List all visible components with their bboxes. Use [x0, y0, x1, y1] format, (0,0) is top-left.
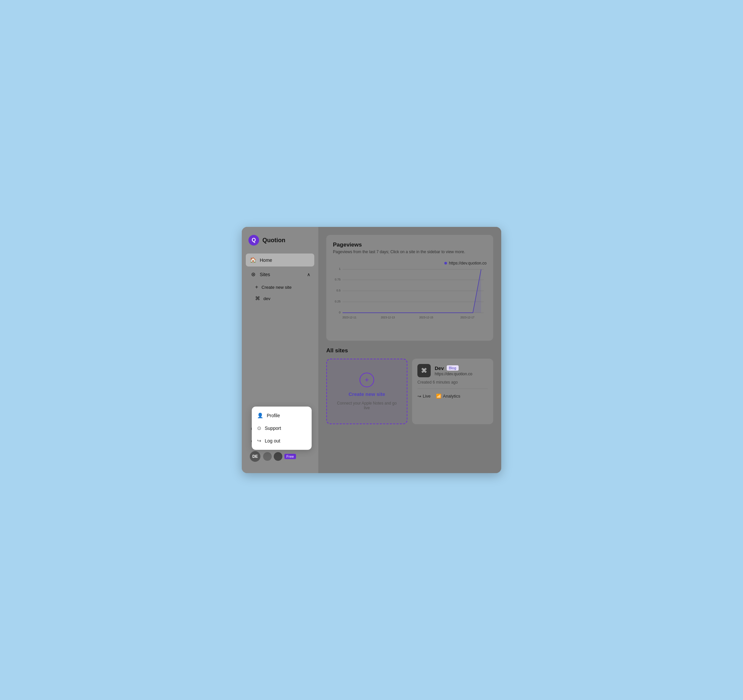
dev-label: dev	[263, 296, 270, 301]
chart-area: https://dev.quotion.co 1 0.75 0.5 0.25 0	[333, 261, 487, 334]
app-name: Quotion	[262, 237, 286, 244]
profile-label: Profile	[267, 413, 280, 418]
support-label: Support	[265, 426, 281, 431]
svg-text:2023-12-11: 2023-12-11	[342, 316, 357, 319]
sidebar-item-sites[interactable]: ⊛ Sites ∧	[246, 268, 314, 281]
chevron-up-icon: ∧	[307, 272, 310, 277]
user-info: Free	[263, 452, 296, 461]
create-site-card-sublabel: Connect your Apple Notes and go live	[334, 401, 400, 410]
logout-label: Log out	[265, 438, 280, 443]
app-window: Q Quotion 🏠 Home ⊛ Sites ∧ + Create new …	[242, 227, 501, 473]
logo-area: Q Quotion	[246, 235, 314, 246]
svg-marker-10	[343, 270, 481, 313]
chart-title: Pageviews	[333, 242, 487, 248]
chart-svg: 1 0.75 0.5 0.25 0	[333, 261, 487, 327]
create-site-card[interactable]: + Create new site Connect your Apple Not…	[326, 359, 407, 424]
dev-site-header: ⌘ Dev Blog https://dev.quotion.co	[417, 364, 488, 377]
popup-item-logout[interactable]: ↪ Log out	[252, 435, 312, 447]
logo-icon: Q	[249, 235, 259, 246]
chart-legend: https://dev.quotion.co	[444, 261, 487, 265]
sites-grid: + Create new site Connect your Apple Not…	[326, 359, 493, 424]
dev-site-created: Created 6 minutes ago	[417, 380, 488, 385]
dev-site-name: Dev	[435, 365, 444, 371]
legend-url: https://dev.quotion.co	[449, 261, 487, 265]
dev-site-info: Dev Blog https://dev.quotion.co	[435, 365, 472, 376]
sidebar: Q Quotion 🏠 Home ⊛ Sites ∧ + Create new …	[242, 227, 318, 473]
svg-text:2023-12-13: 2023-12-13	[381, 316, 395, 319]
svg-text:2023-12-17: 2023-12-17	[460, 316, 475, 319]
home-label: Home	[260, 258, 272, 263]
svg-text:2023-12-15: 2023-12-15	[419, 316, 434, 319]
svg-text:0.75: 0.75	[334, 278, 340, 281]
dev-command-icon: ⌘	[417, 364, 431, 377]
sites-children: + Create new site ⌘ dev	[246, 282, 314, 304]
sites-section: ⊛ Sites ∧ + Create new site ⌘ dev	[246, 268, 314, 304]
popup-item-support[interactable]: ⊙ Support	[252, 422, 312, 435]
dev-site-actions: ↝ Live 📶 Analytics	[417, 389, 488, 400]
plan-badge: Free	[284, 454, 296, 459]
main-content: Pageviews Pageviews from the last 7 days…	[318, 227, 501, 473]
chart-subtitle: Pageviews from the last 7 days; Click on…	[333, 249, 487, 254]
sidebar-item-dev[interactable]: ⌘ dev	[251, 293, 314, 304]
support-icon: ⊙	[257, 425, 261, 431]
dev-site-card[interactable]: ⌘ Dev Blog https://dev.quotion.co Create…	[412, 359, 493, 424]
create-site-label: Create new site	[261, 285, 292, 290]
sidebar-item-create-site[interactable]: + Create new site	[251, 282, 314, 293]
sites-icon: ⊛	[250, 271, 256, 277]
sidebar-item-home[interactable]: 🏠 Home	[246, 254, 314, 267]
command-icon-sidebar: ⌘	[255, 295, 260, 301]
user-bar[interactable]: DE Free	[246, 448, 314, 465]
all-sites-title: All sites	[326, 347, 493, 354]
logout-icon: ↪	[257, 438, 261, 444]
popup-menu: 👤 Profile ⊙ Support ↪ Log out	[252, 406, 312, 450]
blog-badge: Blog	[447, 365, 459, 371]
svg-text:0: 0	[339, 311, 340, 314]
analytics-label: Analytics	[443, 394, 460, 399]
live-label: Live	[423, 394, 431, 399]
all-sites-section: All sites + Create new site Connect your…	[326, 347, 493, 424]
analytics-button[interactable]: 📶 Analytics	[436, 392, 460, 400]
user-avatar-3	[274, 452, 283, 461]
plus-icon: +	[255, 284, 258, 290]
live-button[interactable]: ↝ Live	[417, 392, 431, 400]
popup-item-profile[interactable]: 👤 Profile	[252, 409, 312, 422]
chart-card: Pageviews Pageviews from the last 7 days…	[326, 235, 493, 341]
sites-header-left: ⊛ Sites	[250, 271, 270, 277]
avatar: DE	[250, 451, 260, 462]
legend-dot	[444, 262, 447, 264]
dev-site-url: https://dev.quotion.co	[435, 372, 472, 376]
home-icon: 🏠	[250, 257, 256, 263]
create-site-card-label: Create new site	[349, 391, 385, 397]
live-icon: ↝	[417, 394, 421, 399]
svg-text:0.5: 0.5	[336, 289, 340, 292]
svg-text:0.25: 0.25	[334, 300, 340, 303]
svg-text:1: 1	[339, 267, 340, 270]
analytics-icon: 📶	[436, 394, 441, 399]
create-plus-icon: +	[360, 373, 374, 387]
sites-label: Sites	[260, 272, 270, 277]
user-avatar-2	[263, 452, 272, 461]
dev-site-name-row: Dev Blog	[435, 365, 472, 371]
chart-svg-wrapper: 1 0.75 0.5 0.25 0	[333, 261, 487, 329]
profile-icon: 👤	[257, 412, 263, 418]
